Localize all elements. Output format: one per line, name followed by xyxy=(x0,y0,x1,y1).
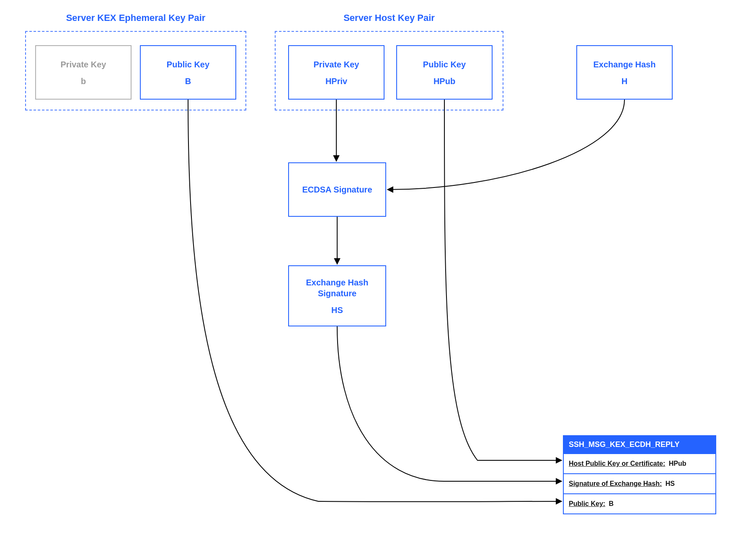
reply-row-1-label: Signature of Exchange Hash: xyxy=(569,480,662,487)
node-exchange-hash: Exchange Hash H xyxy=(576,45,673,100)
reply-header: SSH_MSG_KEX_ECDH_REPLY xyxy=(564,436,715,453)
node-exchange-hash-signature: Exchange Hash Signature HS xyxy=(288,265,386,326)
node-host-private-key: Private Key HPriv xyxy=(288,45,384,100)
hash-sig-sub: HS xyxy=(331,305,343,315)
arrow-exchhash-to-ecdsa xyxy=(388,100,624,190)
host-priv-title: Private Key xyxy=(310,59,363,70)
exch-hash-sub: H xyxy=(622,77,627,86)
arrow-hashsig-to-reply-hs xyxy=(337,326,561,481)
reply-row-1-value: HS xyxy=(666,480,675,487)
node-host-public-key: Public Key HPub xyxy=(396,45,493,100)
ecdsa-title: ECDSA Signature xyxy=(299,184,375,195)
kex-pub-title: Public Key xyxy=(163,59,213,70)
reply-row-public-key: Public Key: B xyxy=(564,493,715,513)
reply-row-0-label: Host Public Key or Certificate: xyxy=(569,460,665,467)
host-pub-sub: HPub xyxy=(433,77,455,86)
kex-pub-sub: B xyxy=(185,77,191,86)
reply-row-2-label: Public Key: xyxy=(569,500,605,507)
node-ecdsa-signature: ECDSA Signature xyxy=(288,162,386,217)
reply-row-signature: Signature of Exchange Hash: HS xyxy=(564,473,715,493)
host-priv-sub: HPriv xyxy=(325,77,347,86)
kex-priv-sub: b xyxy=(81,77,86,86)
group-kex-title: Server KEX Ephemeral Key Pair xyxy=(25,13,246,23)
node-kex-public-key: Public Key B xyxy=(140,45,236,100)
reply-table: SSH_MSG_KEX_ECDH_REPLY Host Public Key o… xyxy=(563,435,716,514)
reply-row-2-value: B xyxy=(609,500,614,507)
kex-priv-title: Private Key xyxy=(57,59,110,70)
reply-row-host-public-key: Host Public Key or Certificate: HPub xyxy=(564,453,715,473)
exch-hash-title: Exchange Hash xyxy=(590,59,659,70)
group-host-title: Server Host Key Pair xyxy=(275,13,503,23)
node-kex-private-key: Private Key b xyxy=(35,45,132,100)
arrow-hostpub-to-reply-hpub xyxy=(444,100,561,460)
host-pub-title: Public Key xyxy=(420,59,469,70)
reply-row-0-value: HPub xyxy=(669,460,686,467)
hash-sig-title: Exchange Hash Signature xyxy=(292,277,382,299)
